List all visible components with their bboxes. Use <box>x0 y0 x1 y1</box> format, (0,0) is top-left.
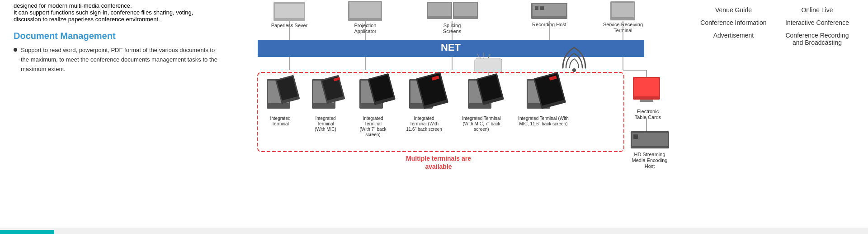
svg-text:Table Cards: Table Cards <box>635 115 661 120</box>
right-col-2-item-1: Interactive Conference <box>780 17 854 28</box>
svg-text:Integrated Terminal (With: Integrated Terminal (With <box>518 116 569 121</box>
svg-rect-91 <box>633 134 638 139</box>
center-diagram: Paperless Sever Projection Applicator Sp… <box>240 0 683 228</box>
net-label: NET <box>441 42 461 53</box>
svg-text:Integrated: Integrated <box>414 116 434 121</box>
multiple-text-1: Multiple terminals are <box>406 155 471 162</box>
paperless-server-device: Paperless Sever <box>271 2 308 40</box>
projection-app-device: Projection Applicator <box>348 1 382 40</box>
svg-text:(With MIC): (With MIC) <box>315 127 336 132</box>
svg-point-38 <box>572 68 576 72</box>
bullet-item: Support to read word, powerpoint, PDF fo… <box>14 46 222 74</box>
svg-text:Host: Host <box>645 163 655 169</box>
service-receiving-device: Service Receiving Terminal <box>603 1 643 40</box>
bullet-dot <box>14 48 17 52</box>
svg-text:(With 7" back: (With 7" back <box>359 127 387 132</box>
svg-text:Terminal (With: Terminal (With <box>410 121 439 126</box>
terminal-4: Integrated Terminal (With 11.6" back scr… <box>406 72 448 132</box>
bottom-strip: Venue Guide Conference Information Adver… <box>0 228 868 234</box>
recording-host-device: Recording Host <box>531 3 567 40</box>
svg-text:Terminal: Terminal <box>317 121 334 126</box>
para2: It can support functions such sign-in, c… <box>14 9 222 23</box>
terminal-3: Integrated Terminal (With 7" back screen… <box>359 73 396 137</box>
teal-server-box <box>0 230 54 234</box>
main-page: designed for modern multi-media conferen… <box>0 0 868 228</box>
svg-text:Integrated: Integrated <box>363 116 383 121</box>
svg-text:Electronic: Electronic <box>637 109 659 114</box>
terminal-5: Integrated Terminal (With MIC, 7" back s… <box>462 73 504 132</box>
svg-text:Integrated: Integrated <box>315 116 335 121</box>
svg-text:(With MIC, 7" back: (With MIC, 7" back <box>462 121 500 126</box>
section-title: Document Management <box>14 31 222 41</box>
bullet-text: Support to read word, powerpoint, PDF fo… <box>21 46 222 74</box>
svg-text:screen): screen) <box>365 132 380 137</box>
svg-text:Terminal: Terminal <box>272 121 289 126</box>
svg-rect-1 <box>275 4 304 18</box>
svg-rect-17 <box>535 6 538 10</box>
svg-text:11.6" back screen: 11.6" back screen <box>406 127 442 132</box>
right-col-2-item-2: Conference Recording and Broadcasting <box>780 30 854 48</box>
svg-rect-16 <box>533 4 566 16</box>
right-col-1-item-1: Conference Information <box>696 17 771 28</box>
right-col-1: Venue Guide Conference Information Adver… <box>692 5 775 48</box>
right-col-2-item-0: Online Live <box>780 5 854 15</box>
splicing-screens-device: Splicing Screens <box>427 2 478 40</box>
svg-text:MIC, 11.6" back screen): MIC, 11.6" back screen) <box>519 121 568 126</box>
svg-rect-18 <box>540 6 544 10</box>
right-col-2: Online Live Interactive Conference Confe… <box>775 5 859 48</box>
svg-rect-4 <box>349 2 381 18</box>
svg-rect-85 <box>634 78 659 96</box>
terminal-1: Integrated Terminal <box>267 75 300 126</box>
right-column: Venue Guide Conference Information Adver… <box>683 0 868 228</box>
right-col-1-item-2: Advertisement <box>696 30 771 41</box>
svg-rect-86 <box>640 100 653 102</box>
svg-text:Integrated: Integrated <box>270 116 290 121</box>
svg-text:Media Encoding: Media Encoding <box>632 158 668 163</box>
svg-text:HD Streaming: HD Streaming <box>634 152 665 157</box>
terminal-6: Integrated Terminal (With MIC, 11.6" bac… <box>518 72 569 126</box>
diagram-svg: Paperless Sever Projection Applicator Sp… <box>244 0 678 226</box>
terminal-2: Integrated Terminal (With MIC) <box>312 75 345 132</box>
multiple-text-2: available <box>425 163 452 170</box>
svg-rect-22 <box>612 3 634 17</box>
left-column: designed for modern multi-media conferen… <box>0 0 240 228</box>
intro-text: designed for modern multi-media conferen… <box>14 2 222 9</box>
svg-rect-9 <box>428 3 451 16</box>
svg-rect-11 <box>454 3 477 16</box>
electronic-table-cards: Electronic Table Cards <box>633 77 661 120</box>
hd-streaming-host: HD Streaming Media Encoding Host <box>631 131 669 169</box>
right-cols-container: Venue Guide Conference Information Adver… <box>692 5 859 48</box>
svg-text:Integrated Terminal: Integrated Terminal <box>462 116 500 121</box>
svg-text:Terminal: Terminal <box>364 121 382 126</box>
right-col-1-item-0: Venue Guide <box>696 5 771 15</box>
svg-text:screen): screen) <box>474 127 489 132</box>
svg-rect-30 <box>475 59 502 72</box>
